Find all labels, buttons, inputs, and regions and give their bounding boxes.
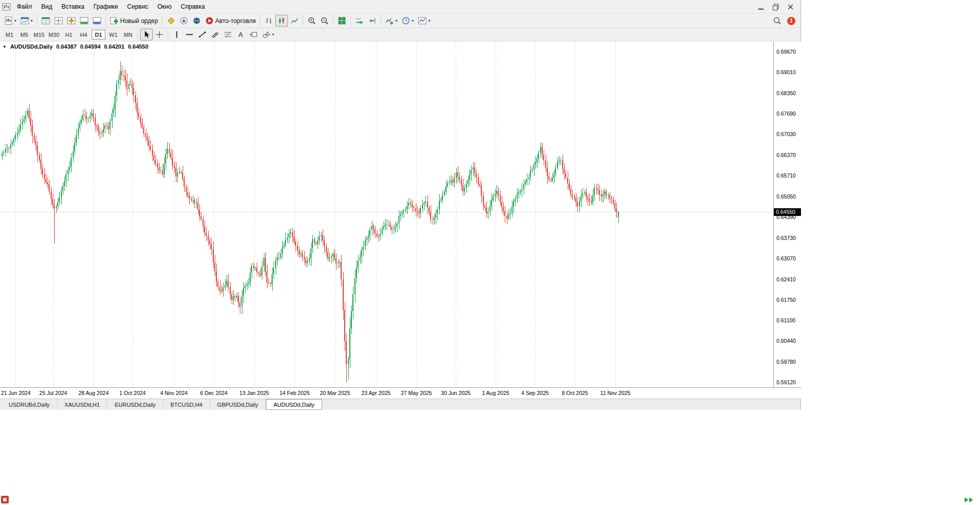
line-chart-button[interactable]: [288, 15, 301, 27]
timeframe-m1-button[interactable]: M1: [3, 30, 16, 39]
price-axis-label: 0.60440: [776, 338, 796, 344]
strategy-tester-button[interactable]: [91, 15, 103, 27]
collapse-triangle-icon[interactable]: ▼: [3, 45, 7, 49]
timeframe-h1-button[interactable]: H1: [62, 30, 76, 39]
timeframe-d1-button[interactable]: D1: [92, 30, 105, 39]
text-label-button[interactable]: [247, 29, 260, 40]
horizontal-line-button[interactable]: [183, 29, 196, 40]
menu-insert[interactable]: Вставка: [57, 1, 89, 12]
menu-view[interactable]: Вид: [37, 1, 57, 12]
experts-button[interactable]: [177, 15, 190, 27]
cursor-button[interactable]: [140, 29, 153, 40]
cursor-icon: [142, 30, 151, 39]
news-button[interactable]: [190, 15, 203, 27]
tab-btcusd-h4[interactable]: BTCUSD,H4: [163, 399, 210, 410]
channel-button[interactable]: [209, 29, 221, 40]
trendline-button[interactable]: [196, 29, 209, 40]
market-watch-button[interactable]: [39, 15, 52, 27]
tab-usdrubd-daily[interactable]: USDRUBd,Daily: [2, 399, 57, 410]
text-button[interactable]: A: [234, 29, 247, 40]
menu-file[interactable]: Файл: [12, 1, 37, 12]
dropdown-arrow-icon[interactable]: ▾: [14, 19, 16, 23]
tile-windows-icon: [338, 16, 346, 25]
tab-scroll-arrows-icon[interactable]: [965, 497, 973, 502]
candlestick-chart-button[interactable]: [275, 15, 288, 27]
timeframe-h4-button[interactable]: H4: [77, 30, 91, 39]
crosshair-button[interactable]: [153, 29, 166, 40]
candles-icon: [277, 16, 286, 25]
zoom-in-button[interactable]: [305, 15, 318, 27]
profiles-icon: [20, 16, 29, 25]
autotrading-icon: [205, 16, 214, 25]
shapes-button[interactable]: ▾: [260, 29, 276, 40]
terminal-button[interactable]: [78, 15, 91, 27]
dropdown-arrow-icon[interactable]: ▾: [272, 33, 274, 37]
indicators-button[interactable]: ▾: [383, 15, 399, 27]
tab-xauusdd-h1[interactable]: XAUUSDd,H1: [57, 399, 107, 410]
zoom-in-icon: [307, 16, 316, 25]
auto-scroll-icon: [355, 16, 364, 25]
tile-windows-button[interactable]: [336, 15, 348, 27]
chart-shift-button[interactable]: [366, 15, 378, 27]
menu-help[interactable]: Справка: [176, 1, 210, 12]
menu-service[interactable]: Сервис: [123, 1, 153, 12]
vertical-line-button[interactable]: [170, 29, 183, 40]
desktop: ФайлВидВставкаГрафикиСервисОкноСправка ▾…: [0, 0, 980, 505]
price-axis-label: 0.69010: [776, 69, 796, 75]
profiles-button[interactable]: ▾: [18, 15, 35, 27]
zoom-out-button[interactable]: [318, 15, 331, 27]
data-window-button[interactable]: [52, 15, 65, 27]
price-axis-label: 0.69670: [776, 49, 796, 55]
navigator-button[interactable]: [65, 15, 78, 27]
channel-icon: [211, 30, 219, 39]
templates-button[interactable]: ▾: [416, 15, 432, 27]
price-chart-canvas[interactable]: [1, 41, 772, 387]
minimize-button[interactable]: [754, 2, 768, 12]
market-watch-icon: [41, 16, 50, 25]
restore-button[interactable]: [769, 2, 783, 12]
main-menu: ФайлВидВставкаГрафикиСервисОкноСправка: [12, 1, 210, 12]
menu-window[interactable]: Окно: [153, 1, 176, 12]
price-axis-label: 0.65710: [776, 172, 796, 179]
close-button[interactable]: [784, 2, 797, 12]
timeframe-mn-button[interactable]: MN: [121, 30, 135, 39]
ohlc-low-value: 0.64201: [104, 43, 125, 50]
fibonacci-button[interactable]: [221, 29, 234, 40]
navigator-icon: [67, 16, 76, 25]
autotrading-button-label: Авто-торговля: [215, 17, 256, 25]
date-axis[interactable]: 21 Jun 202425 Jul 202428 Aug 20241 Oct 2…: [0, 387, 801, 399]
new-order-button[interactable]: Новый ордер: [108, 15, 160, 27]
chart-window-icon: [2, 3, 11, 11]
search-button[interactable]: [771, 15, 784, 27]
timeframe-m30-button[interactable]: M30: [47, 30, 61, 39]
dropdown-arrow-icon[interactable]: ▾: [395, 19, 397, 23]
auto-scroll-button[interactable]: [353, 15, 366, 27]
price-axis-label: 0.61750: [776, 297, 796, 303]
bar-chart-button[interactable]: [262, 15, 275, 27]
toolbar-separator: [303, 16, 303, 26]
taskbar-app-icon[interactable]: [1, 496, 9, 503]
notification-badge[interactable]: 1: [787, 17, 795, 25]
date-axis-label: 25 Jul 2024: [39, 390, 67, 396]
tab-eurusdd-daily[interactable]: EURUSDd,Daily: [107, 399, 163, 410]
periods-button[interactable]: ▾: [399, 15, 416, 27]
timeframe-w1-button[interactable]: W1: [106, 30, 120, 39]
price-axis-label: 0.63070: [776, 255, 796, 261]
new-chart-button[interactable]: ▾: [2, 15, 18, 27]
toolbar-separator: [168, 30, 168, 40]
menu-charts[interactable]: Графики: [89, 1, 123, 12]
toolbar-separator: [37, 16, 37, 26]
price-axis-label: 0.59780: [776, 359, 796, 365]
timeframe-m15-button[interactable]: M15: [32, 30, 46, 39]
autotrading-button[interactable]: Авто-торговля: [203, 15, 258, 27]
metaeditor-button[interactable]: [165, 15, 177, 27]
timeframe-m5-button[interactable]: M5: [17, 30, 31, 39]
date-axis-label: 4 Sep 2025: [521, 390, 549, 396]
tab-audusdd-daily[interactable]: AUDUSDd,Daily: [266, 399, 322, 410]
tab-gbpusdd-daily[interactable]: GBPUSDd,Daily: [210, 399, 266, 410]
news-icon: [192, 16, 201, 25]
dropdown-arrow-icon[interactable]: ▾: [31, 19, 33, 23]
toolbar-separator: [162, 16, 163, 26]
dropdown-arrow-icon[interactable]: ▾: [412, 19, 414, 23]
dropdown-arrow-icon[interactable]: ▾: [428, 19, 430, 23]
